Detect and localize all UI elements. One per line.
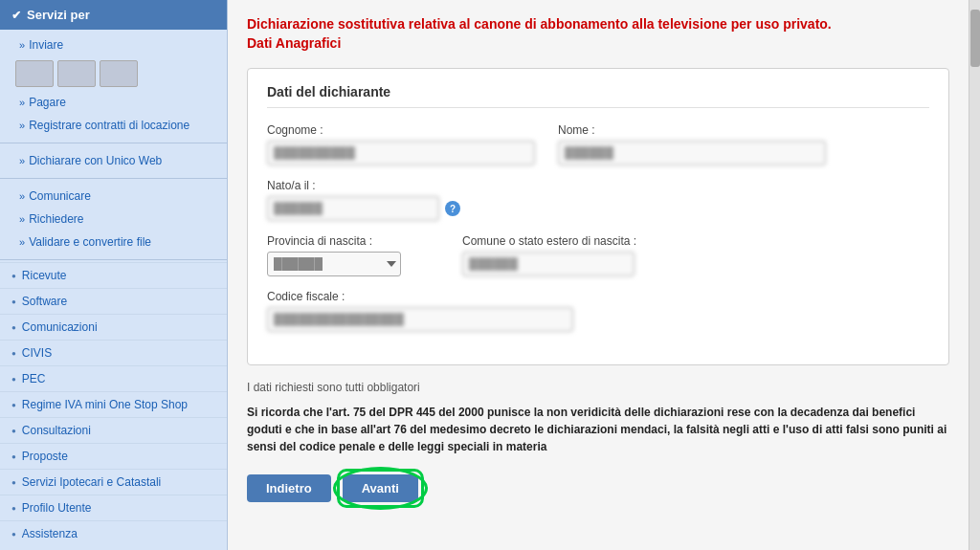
sidebar-item-civis[interactable]: CIVIS — [0, 340, 227, 365]
sidebar-divider-3 — [0, 259, 227, 260]
nato-label: Nato/a il : — [267, 179, 460, 192]
thumbnail-row — [0, 56, 227, 91]
form-card-title: Dati del dichiarante — [267, 84, 929, 108]
nome-label: Nome : — [558, 123, 826, 137]
sidebar-item-comunicazioni[interactable]: Comunicazioni — [0, 314, 227, 340]
page-title-line2: Dati Anagrafici — [247, 35, 341, 51]
form-group-codice: Codice fiscale : — [267, 290, 573, 332]
avanti-circle-wrapper: Avanti — [343, 474, 418, 502]
sidebar-item-pec[interactable]: PEC — [0, 365, 227, 391]
scrollbar-thumb[interactable] — [970, 10, 980, 67]
sidebar-item-comunicare[interactable]: Comunicare — [0, 185, 227, 208]
form-group-nome: Nome : — [558, 123, 826, 165]
back-button[interactable]: Indietro — [247, 474, 331, 502]
nato-input[interactable] — [267, 196, 439, 221]
cognome-label: Cognome : — [267, 123, 535, 137]
sidebar-item-software[interactable]: Software — [0, 288, 227, 314]
thumbnail-1 — [15, 60, 54, 87]
provincia-label: Provincia di nascita : — [267, 234, 439, 248]
sidebar-divider-1 — [0, 143, 227, 143]
form-row-3: Provincia di nascita : ██████ Comune o s… — [267, 234, 929, 276]
codice-label: Codice fiscale : — [267, 290, 573, 303]
sidebar-item-regime[interactable]: Regime IVA mini One Stop Shop — [0, 391, 227, 417]
comune-label: Comune o stato estero di nascita : — [462, 234, 749, 248]
form-group-nato: Nato/a il : ? — [267, 179, 460, 221]
sidebar-section-1: Inviare Pagare Registrare contratti di l… — [0, 30, 227, 141]
page-title-line1: Dichiarazione sostitutiva relativa al ca… — [247, 16, 832, 32]
form-group-provincia: Provincia di nascita : ██████ — [267, 234, 439, 276]
scrollbar-track[interactable] — [969, 0, 980, 550]
form-row-4: Codice fiscale : — [267, 290, 929, 332]
nome-input[interactable] — [558, 141, 826, 165]
sidebar-item-profilo-utente[interactable]: Profilo Utente — [0, 495, 227, 520]
sidebar-item-dichiarare[interactable]: Dichiarare con Unico Web — [0, 149, 227, 172]
thumbnail-3 — [100, 60, 138, 87]
button-row: Indietro Avanti — [247, 474, 949, 502]
sidebar-item-richiedere[interactable]: Richiedere — [0, 208, 227, 231]
thumbnail-2 — [57, 60, 96, 87]
sidebar-item-validare[interactable]: Validare e convertire file — [0, 231, 227, 253]
codice-input[interactable] — [267, 307, 573, 332]
form-row-2: Nato/a il : ? — [267, 179, 929, 221]
forward-button[interactable]: Avanti — [343, 474, 418, 502]
provincia-select[interactable]: ██████ — [267, 252, 401, 276]
legal-text: Si ricorda che l'art. 75 del DPR 445 del… — [247, 404, 949, 455]
sidebar-item-pagare[interactable]: Pagare — [0, 91, 227, 114]
sidebar-item-ricevute[interactable]: Ricevute — [0, 262, 227, 288]
disclaimer-text: I dati richiesti sono tutti obbligatori — [247, 381, 949, 394]
sidebar-item-servizi-ipotecari[interactable]: Servizi Ipotecari e Catastali — [0, 469, 227, 495]
sidebar-divider-2 — [0, 178, 227, 179]
sidebar-section-2: Dichiarare con Unico Web — [0, 145, 227, 176]
sidebar-item-inviare[interactable]: Inviare — [0, 33, 227, 56]
cognome-input[interactable] — [267, 141, 535, 165]
sidebar-item-registrare[interactable]: Registrare contratti di locazione — [0, 114, 227, 137]
sidebar-item-assistenza[interactable]: Assistenza — [0, 520, 227, 546]
comune-input[interactable] — [462, 252, 635, 276]
page-title: Dichiarazione sostitutiva relativa al ca… — [247, 15, 949, 53]
sidebar-title: Servizi per — [27, 8, 90, 22]
sidebar-header: Servizi per — [0, 0, 227, 30]
main-content: Dichiarazione sostitutiva relativa al ca… — [228, 0, 969, 550]
form-group-cognome: Cognome : — [267, 123, 535, 165]
form-card: Dati del dichiarante Cognome : Nome : Na… — [247, 68, 949, 365]
sidebar-section-3: Comunicare Richiedere Validare e convert… — [0, 181, 227, 257]
form-row-1: Cognome : Nome : — [267, 123, 929, 165]
sidebar-item-proposte[interactable]: Proposte — [0, 443, 227, 469]
sidebar: Servizi per Inviare Pagare Registrare co… — [0, 0, 228, 550]
sidebar-item-consultazioni[interactable]: Consultazioni — [0, 417, 227, 443]
form-group-comune: Comune o stato estero di nascita : — [462, 234, 749, 276]
nato-info-icon[interactable]: ? — [445, 201, 460, 216]
